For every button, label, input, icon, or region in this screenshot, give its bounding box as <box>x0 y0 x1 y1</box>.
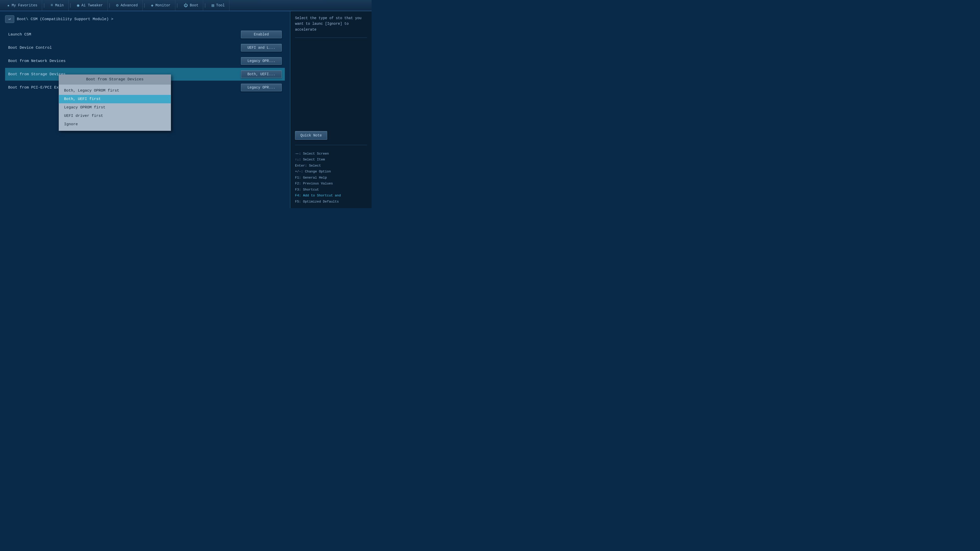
nav-label-monitor: Monitor <box>156 3 170 7</box>
setting-value-boot-network[interactable]: Legacy OPR... <box>241 57 282 65</box>
shortcut-enter-select: Enter: Select <box>295 163 367 168</box>
setting-label-launch-csm: Launch CSM <box>8 32 31 37</box>
nav-label-my-favorites: My Favorites <box>12 3 38 7</box>
nav-item-advanced[interactable]: ⚙ Advanced <box>111 0 143 11</box>
setting-value-boot-pci[interactable]: Legacy OPR... <box>241 84 282 91</box>
info-divider-2 <box>295 145 367 145</box>
nav-label-boot: Boot <box>190 3 199 7</box>
shortcut-f4-add: F4: Add to Shortcut and <box>295 193 367 198</box>
shortcut-f3-shortcut: F3: Shortcut <box>295 187 367 192</box>
dropdown-title: Boot from Storage Devices <box>59 75 171 84</box>
setting-label-boot-device-control: Boot Device Control <box>8 46 52 50</box>
nav-separator-3: | <box>108 3 111 8</box>
nav-separator-4: | <box>143 3 146 8</box>
nav-separator-1: | <box>42 3 46 8</box>
list-icon: ≡ <box>51 3 53 8</box>
back-icon: ↩ <box>8 17 11 22</box>
power-icon: ⏻ <box>184 3 188 8</box>
setting-value-boot-device-control[interactable]: UEFI and L... <box>241 44 282 52</box>
shortcut-change-option: +/-: Change Option <box>295 169 367 174</box>
nav-item-main[interactable]: ≡ Main <box>46 0 68 11</box>
info-description: Select the type of sto that you want to … <box>295 15 367 32</box>
gear-icon: ⚙ <box>116 3 119 8</box>
nav-item-my-favorites[interactable]: ★ My Favorites <box>3 0 42 11</box>
nav-item-ai-tweaker[interactable]: ◉ Ai Tweaker <box>72 0 108 11</box>
nav-separator-2: | <box>68 3 73 8</box>
breadcrumb-path: Boot\ CSM (Compatibility Support Module)… <box>17 17 113 21</box>
dropdown-option-ignore[interactable]: Ignore <box>59 120 171 129</box>
dropdown-popup: Boot from Storage Devices Both, Legacy O… <box>59 75 171 131</box>
shortcut-f1-help: F1: General Help <box>295 175 367 180</box>
dropdown-option-uefi-driver[interactable]: UEFI driver first <box>59 112 171 120</box>
info-panel: Select the type of sto that you want to … <box>290 11 372 208</box>
setting-row-boot-network[interactable]: Boot from Network Devices Legacy OPR... <box>5 55 285 67</box>
tool-icon: ▤ <box>212 3 214 8</box>
setting-value-launch-csm[interactable]: Enabled <box>241 30 282 38</box>
main-area: ↩ Boot\ CSM (Compatibility Support Modul… <box>0 11 372 208</box>
setting-value-boot-storage[interactable]: Both, UEFI... <box>241 70 282 78</box>
bottom-buttons: Quick Note <box>295 131 367 140</box>
nav-item-tool[interactable]: ▤ Tool <box>207 0 229 11</box>
nav-label-tool: Tool <box>216 3 225 7</box>
top-navigation: ★ My Favorites | ≡ Main | ◉ Ai Tweaker |… <box>0 0 372 11</box>
back-button[interactable]: ↩ <box>5 15 14 23</box>
dropdown-option-both-legacy[interactable]: Both, Legacy OPROM first <box>59 86 171 95</box>
setting-label-boot-storage: Boot from Storage Devices <box>8 72 65 76</box>
shortcut-f2-prev: F2: Previous Values <box>295 181 367 186</box>
shortcut-select-screen: →←: Select Screen <box>295 151 367 156</box>
nav-label-advanced: Advanced <box>121 3 138 7</box>
nav-separator-6: | <box>203 3 207 8</box>
dropdown-option-both-uefi[interactable]: Both, UEFI first <box>59 95 171 103</box>
breadcrumb: ↩ Boot\ CSM (Compatibility Support Modul… <box>5 15 285 23</box>
nav-item-boot[interactable]: ⏻ Boot <box>179 0 204 11</box>
star-icon: ★ <box>7 3 10 8</box>
dropdown-option-legacy-oprom[interactable]: Legacy OPROM first <box>59 103 171 112</box>
monitor-icon: ◈ <box>151 3 153 8</box>
nav-label-ai-tweaker: Ai Tweaker <box>81 3 103 7</box>
setting-row-boot-device-control[interactable]: Boot Device Control UEFI and L... <box>5 41 285 54</box>
ai-icon: ◉ <box>77 3 80 8</box>
quick-note-button[interactable]: Quick Note <box>295 131 327 140</box>
shortcut-select-item: ↑↓: Select Item <box>295 157 367 162</box>
dropdown-options: Both, Legacy OPROM first Both, UEFI firs… <box>59 84 171 130</box>
shortcut-list: →←: Select Screen ↑↓: Select Item Enter:… <box>295 151 367 204</box>
nav-item-monitor[interactable]: ◈ Monitor <box>146 0 175 11</box>
content-panel: ↩ Boot\ CSM (Compatibility Support Modul… <box>0 11 290 208</box>
nav-separator-5: | <box>175 3 179 8</box>
setting-row-launch-csm[interactable]: Launch CSM Enabled <box>5 28 285 41</box>
nav-label-main: Main <box>55 3 64 7</box>
setting-label-boot-network: Boot from Network Devices <box>8 59 65 63</box>
shortcut-f5-defaults: F5: Optimized Defaults <box>295 199 367 204</box>
